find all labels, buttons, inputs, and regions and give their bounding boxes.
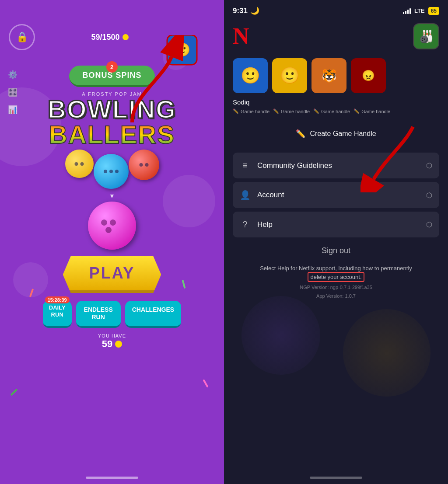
game-handle-1: ✏️ Game handle [233,108,270,114]
svg-point-5 [105,227,112,233]
external-link-icon-3: ⬡ [426,220,432,229]
pencil-icon-4: ✏️ [354,108,360,114]
bonus-badge: 2 [106,61,118,73]
you-have-label: YOU HAVE [98,333,126,338]
play-button[interactable]: PLAY [63,256,161,293]
signout-button[interactable]: Sign out [233,246,439,255]
signout-section: Sign out [224,237,448,264]
external-link-icon-2: ⬡ [426,191,432,199]
svg-point-3 [101,219,107,226]
coin-amount: 59 [98,338,126,350]
confetti-2 [182,280,186,289]
magenta-ball [88,202,136,250]
challenges-button[interactable]: CHALLENGES [125,301,181,328]
netflix-header: N 🎳 [224,19,448,54]
yellow-ball [65,150,94,178]
netflix-logo: N [233,25,249,48]
battery-level: 65 [428,7,439,15]
ngp-version: NGP Version: ngp-0.7.1-299f1a35 [233,285,439,290]
game-panel: 🙂 🔒 59/1500 ⚙️ 🎛️ 📊 2 BONUS SPINS [0,0,224,484]
pencil-icon-2: ✏️ [273,108,279,114]
settings-icon[interactable]: ⚙️ [8,70,18,80]
moon-icon: 🌙 [250,6,259,15]
chart-icon[interactable]: 📊 [8,105,18,115]
daily-timer: 15:28:39 [45,296,70,303]
lock-icon[interactable]: 🔒 [9,24,35,50]
help-support-text: Select Help for Netflix support, includi… [233,264,439,281]
arrow-annotation-right [360,122,422,194]
red-ball [129,150,159,180]
sliders-icon[interactable]: 🎛️ [8,87,18,97]
signal-bars [403,8,411,14]
avatar-red[interactable]: 😠 [351,58,386,93]
bottom-coins: YOU HAVE 59 [98,333,126,350]
svg-point-4 [110,219,116,226]
profiles-row: 🙂 🙂 🐯 😠 [233,58,439,93]
pencil-icon-3: ✏️ [313,108,319,114]
blue-ball [94,154,129,189]
pencil-icon-1: ✏️ [233,108,239,114]
glow-right [343,309,430,397]
bottom-buttons-row: 15:28:39 DAILY RUN ENDLESS RUN CHALLENGE… [43,301,181,328]
arrow-annotation-left: 🙂 [119,35,198,133]
game-icon: 🎳 [413,23,439,49]
menu-item-help[interactable]: ? Help ⬡ [233,212,439,237]
game-handle-3: ✏️ Game handle [313,108,350,114]
glow-left [242,296,320,375]
svg-point-6 [115,341,122,348]
home-indicator [310,477,362,479]
status-right: LTE 65 [403,7,439,15]
person-icon: 👤 [240,190,250,200]
endless-run-button[interactable]: ENDLESS RUN [76,301,121,328]
bg-circle-2 [163,175,215,227]
status-time: 9:31 🌙 [233,6,259,15]
external-link-icon-1: ⬡ [426,161,432,170]
game-handle-4: ✏️ Game handle [354,108,390,114]
help-label: Help [257,220,419,229]
lte-label: LTE [414,7,425,14]
svg-text:🙂: 🙂 [174,42,191,58]
avatar-yellow[interactable]: 🙂 [272,58,307,93]
confetti-4 [203,379,208,387]
netflix-panel: 9:31 🌙 LTE 65 N 🎳 🙂 🙂 🐯 😠 Sodiq [224,0,448,484]
avatar-blue[interactable]: 🙂 [233,58,268,93]
profile-name: Sodiq [233,98,439,106]
bottom-text-section: Select Help for Netflix support, includi… [224,264,448,299]
status-bar: 9:31 🌙 LTE 65 [224,0,448,19]
daily-run-button[interactable]: 15:28:39 DAILY RUN [43,301,72,328]
side-icons: ⚙️ 🎛️ 📊 [8,70,18,115]
profiles-section: 🙂 🙂 🐯 😠 Sodiq ✏️ Game handle ✏️ Game han… [224,54,448,118]
bowling-balls [65,150,159,189]
app-version: App Version: 1.0.7 [233,293,439,299]
game-handles-row: ✏️ Game handle ✏️ Game handle ✏️ Game ha… [233,108,439,114]
delete-account-highlighted: delete your account. [308,272,364,282]
down-arrow: ▼ [109,192,115,199]
confetti-3 [10,389,18,396]
game-handle-2: ✏️ Game handle [273,108,310,114]
home-indicator-left [86,477,138,479]
pencil-icon-create: ✏️ [296,129,305,139]
list-icon: ≡ [240,160,250,171]
help-icon: ? [240,219,250,230]
avatar-tiger[interactable]: 🐯 [312,58,346,93]
